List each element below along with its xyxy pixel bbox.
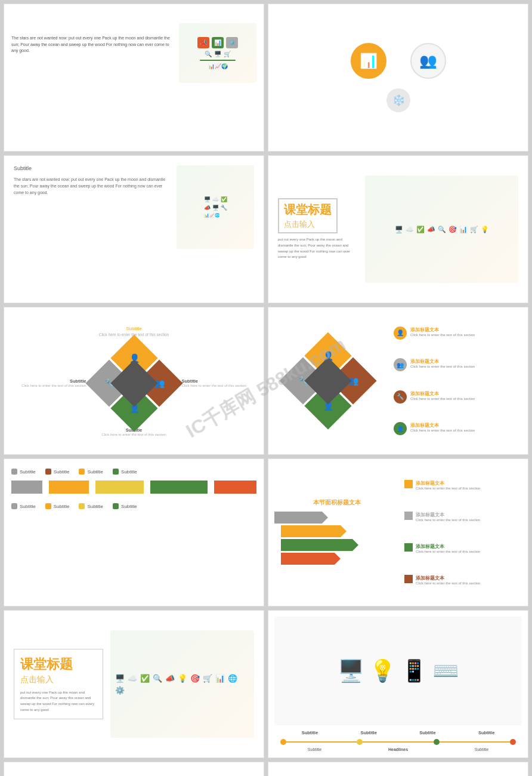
bottom-legend-3: Subtitle: [79, 503, 103, 509]
slide-9-body: put out every one Pack up the moon and d…: [20, 690, 97, 713]
bottom-legend-1: Subtitle: [11, 503, 36, 509]
slide-9: 课堂标题 点击输入 put out every one Pack up the …: [4, 610, 264, 758]
slide-3-text: Subtitle The stars are not wanted now: p…: [14, 165, 169, 196]
slide-4: 课堂标题 点击输入 put cut every one Pack up the …: [268, 155, 528, 303]
slides-grid: The stars are not wanted now: put out ev…: [0, 0, 532, 776]
slide-8-arrow-3: [281, 539, 352, 551]
tl-line-1: [286, 741, 357, 743]
tl-dot-2: [357, 739, 363, 745]
slide-3-image: 🖥️☁️✅ 📣🖥️🔧 📊📈🌐: [177, 165, 254, 249]
slide-5-diamond-grid: 👤 🔧 👥 👤: [92, 341, 176, 425]
tl-line-3: [440, 741, 510, 743]
slide-3: Subtitle The stars are not wanted now: p…: [4, 155, 264, 303]
slide-1: The stars are not wanted now: put out ev…: [4, 4, 264, 152]
slide-8-text-4: 添加标题文本 Click here to enter the text of t…: [416, 575, 480, 585]
slide-8: 本节面积标题文本 添加标题文本 Click here to enter the …: [268, 458, 528, 606]
slide-8-arrow-1: [274, 512, 322, 524]
slide-7-arrows: [11, 481, 256, 494]
tl-sub-2: Subtitle: [360, 730, 377, 735]
slide-3-subtitle: Subtitle: [14, 165, 169, 171]
tl-bottom-2: Headlines: [388, 747, 408, 752]
slide-2-icon1: 📊: [351, 43, 386, 79]
slide-4-main-title: 课堂标题 点击输入: [278, 198, 338, 233]
slide-5-main-row: Subtitle Click here to enter the text of…: [21, 341, 246, 425]
slide-6-item-4: 👤 添加标题文本 Click here to enter the text of…: [388, 416, 522, 441]
slide-11-image: 💬📱🔖🏠 💡🎯🛒 🖥️ 🌿📊: [14, 772, 143, 776]
slide-12-image: 📱💻🖥️: [363, 772, 434, 776]
slide-11: 💬📱🔖🏠 💡🎯🛒 🖥️ 🌿📊 Title The stars are not w…: [4, 762, 264, 776]
slide-8-sq-2: [404, 512, 413, 520]
legend-4: Subtitle: [113, 469, 137, 475]
tl-dot-1: [280, 739, 286, 745]
slide-1-text: The stars are not wanted now: put out ev…: [11, 11, 179, 54]
slide-9-image: 🖥️☁️✅🔍 📣💡🎯🛒 📊🌐⚙️: [110, 630, 254, 738]
slide-6-item-2: 👥 添加标题文本 Click here to enter the text of…: [388, 352, 522, 377]
slide-5-right-label: Subtitle Click here to enter the text of…: [182, 378, 246, 387]
slide-5-bottom-click: Click here to enter the text of this sec…: [101, 433, 166, 436]
slide-3-body: The stars are not wanted now: put out ev…: [14, 176, 169, 196]
slide-10-bottom-labels: Subtitle Headlines Subtitle: [274, 747, 522, 752]
slide-6-icon-1: 👤: [394, 327, 407, 340]
slide-8-cn-title: 本节面积标题文本: [274, 498, 400, 507]
slide-6-item-3: 🔧 添加标题文本 Click here to enter the text of…: [388, 384, 522, 409]
tl-dot-4: [510, 739, 516, 745]
arrow-3: [95, 481, 144, 494]
legend-2: Subtitle: [45, 469, 70, 475]
slide-8-right: 添加标题文本 Click here to enter the text of t…: [404, 465, 522, 600]
slide-8-item-3: 添加标题文本 Click here to enter the text of t…: [404, 543, 522, 553]
slide-2-icon2: 👥: [410, 43, 446, 79]
slide-7: Subtitle Subtitle Subtitle Subtitle: [4, 458, 264, 606]
slide-1-image: 📣 📊 ⚙️ 🔍 🖥️ 🛒 📊📈🌍: [179, 23, 256, 83]
legend-1: Subtitle: [11, 469, 36, 475]
slide-10-timeline: [274, 739, 522, 745]
slide-11-text: Title The stars are not wanted now: put …: [153, 772, 254, 776]
slide-7-legend-top: Subtitle Subtitle Subtitle Subtitle: [11, 469, 256, 475]
arrow-5: [214, 481, 257, 494]
slide-12: 📱💻🖥️ 👥 🎓 👥: [268, 762, 528, 776]
slide-6-icon-2: 👥: [394, 358, 407, 371]
tl-dot-3: [434, 739, 440, 745]
slide-8-text-1: 添加标题文本 Click here to enter the text of t…: [416, 480, 480, 490]
slide-9-cn-title: 课堂标题: [20, 655, 97, 673]
slide-8-arrow-4: [281, 553, 335, 565]
slide-6-text-2: 添加标题文本 Click here to enter the text of t…: [410, 358, 475, 368]
slide-6-list: 👤 添加标题文本 Click here to enter the text of…: [388, 313, 522, 448]
slide-8-sq-4: [404, 575, 413, 583]
slide-6-diamond-center: [304, 357, 351, 404]
slide-8-sq-1: [404, 480, 413, 488]
tl-sub-3: Subtitle: [419, 730, 436, 735]
slide-9-cn-sub: 点击输入: [20, 675, 97, 685]
slide-6-icon-3: 🔧: [394, 390, 407, 404]
tl-sub-4: Subtitle: [478, 730, 495, 735]
slide-5-top-subtitle: Subtitle: [126, 326, 142, 331]
arrow-1: [11, 481, 42, 494]
slide-8-sq-3: [404, 543, 413, 552]
slide-9-text-box: 课堂标题 点击输入 put out every one Pack up the …: [14, 649, 103, 719]
slide-8-text-3: 添加标题文本 Click here to enter the text of t…: [416, 543, 480, 553]
slide-8-arrow-2: [281, 525, 341, 537]
slide-6-text-1: 添加标题文本 Click here to enter the text of t…: [410, 327, 475, 337]
tl-bottom-3: Subtitle: [475, 747, 488, 752]
tl-bottom-1: Subtitle: [308, 747, 321, 752]
slide-8-left: 本节面积标题文本: [274, 465, 400, 600]
bottom-legend-2: Subtitle: [45, 503, 70, 509]
slide-10-image: 🖥️💡📱⌨️: [274, 617, 522, 725]
diamond-center: [110, 359, 157, 407]
legend-3: Subtitle: [79, 469, 103, 475]
slide-6-item-1: 👤 添加标题文本 Click here to enter the text of…: [388, 321, 522, 346]
slide-5-left-label: Subtitle Click here to enter the text of…: [21, 378, 86, 387]
slide-8-item-1: 添加标题文本 Click here to enter the text of t…: [404, 480, 522, 490]
slide-10-subtitle-row: Subtitle Subtitle Subtitle Subtitle: [274, 730, 522, 735]
slide-7-legend-bottom: Subtitle Subtitle Subtitle Subtitle: [11, 503, 256, 509]
tl-sub-1: Subtitle: [302, 730, 318, 735]
slide-4-cn-title: 课堂标题 点击输入 put cut every one Pack up the …: [278, 198, 355, 260]
bottom-legend-4: Subtitle: [113, 503, 137, 509]
slide-6-text-3: 添加标题文本 Click here to enter the text of t…: [410, 390, 475, 401]
slide-2: 📊 👥 ❄️: [268, 4, 528, 152]
slide-5: Subtitle Click here to enter the text of…: [4, 307, 264, 455]
slide-4-image: 🖥️☁️✅ 📣🔍🎯 📊🛒💡: [365, 175, 518, 283]
slide-8-item-4: 添加标题文本 Click here to enter the text of t…: [404, 575, 522, 585]
slide-6-text-4: 添加标题文本 Click here to enter the text of t…: [410, 422, 475, 432]
arrow-2: [49, 481, 89, 494]
slide-8-item-2: 添加标题文本 Click here to enter the text of t…: [404, 512, 522, 522]
